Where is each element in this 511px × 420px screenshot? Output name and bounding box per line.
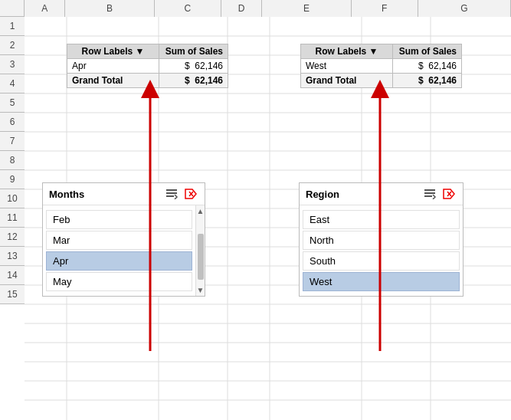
slicer-scroll-thumb[interactable]: [198, 234, 204, 280]
slicer-region-item-south[interactable]: South: [303, 251, 460, 271]
slicer-region-item-east[interactable]: East: [303, 210, 460, 229]
slicer-scroll-up-icon[interactable]: ▲: [196, 207, 205, 215]
column-headers: A B C D E F G: [0, 0, 511, 17]
svg-rect-28: [166, 195, 174, 197]
pivot-left-row-label-header: Row Labels ▼: [67, 44, 159, 59]
row-header-15[interactable]: 15: [0, 285, 25, 304]
slicer-scroll-down-icon[interactable]: ▼: [196, 286, 205, 294]
row-header-13[interactable]: 13: [0, 247, 25, 266]
slicer-months-title: Months: [49, 189, 84, 200]
slicer-region-header: Region: [300, 183, 463, 205]
pivot-left-grand-total-value: $ 62,146: [159, 74, 228, 88]
row-header-9[interactable]: 9: [0, 170, 25, 189]
svg-rect-32: [424, 189, 435, 191]
pivot-table-right: Row Labels ▼ Sum of Sales West $ 62,146 …: [300, 44, 462, 88]
row-header-6[interactable]: 6: [0, 113, 25, 132]
slicer-months-header: Months: [43, 183, 205, 205]
pivot-right-filter-icon[interactable]: ▼: [369, 46, 378, 57]
svg-rect-33: [424, 192, 435, 194]
slicer-region-icons: [423, 187, 457, 201]
row-header-7[interactable]: 7: [0, 132, 25, 151]
slicer-region-clear-icon[interactable]: [441, 187, 457, 201]
slicer-region-list: East North South West: [300, 205, 463, 296]
pivot-left-filter-icon[interactable]: ▼: [136, 46, 145, 57]
slicer-region-item-north[interactable]: North: [303, 231, 460, 250]
pivot-left-row-apr: Apr: [67, 59, 159, 74]
corner-cell: [0, 0, 25, 16]
slicer-region-item-west[interactable]: West: [303, 272, 460, 291]
slicer-months-item-mar[interactable]: Mar: [46, 231, 192, 250]
slicer-months-icons: [165, 187, 198, 201]
svg-rect-26: [166, 189, 177, 191]
col-header-d[interactable]: D: [221, 0, 262, 17]
col-header-c[interactable]: C: [155, 0, 221, 17]
row-header-4[interactable]: 4: [0, 74, 25, 94]
row-header-8[interactable]: 8: [0, 151, 25, 170]
pivot-right-row-label-header: Row Labels ▼: [301, 44, 393, 59]
row-header-11[interactable]: 11: [0, 208, 25, 228]
svg-rect-34: [424, 195, 432, 197]
slicer-months-clear-icon[interactable]: [183, 187, 198, 201]
row-header-2[interactable]: 2: [0, 36, 25, 55]
pivot-right-sum-header: Sum of Sales: [393, 44, 462, 59]
row-header-10[interactable]: 10: [0, 189, 25, 208]
slicer-months-scrollbar[interactable]: ▲ ▼: [195, 205, 205, 296]
pivot-left-grand-total-label: Grand Total: [67, 74, 159, 88]
slicer-months-item-may[interactable]: May: [46, 272, 192, 291]
pivot-left-sum-header: Sum of Sales: [159, 44, 228, 59]
slicer-region: Region East North South West: [299, 182, 464, 297]
col-header-e[interactable]: E: [262, 0, 351, 17]
row-header-14[interactable]: 14: [0, 266, 25, 285]
row-header-1[interactable]: 1: [0, 17, 25, 36]
pivot-right-row-west: West: [301, 59, 393, 74]
slicer-region-title: Region: [306, 189, 339, 200]
slicer-months-list: Feb Mar Apr May ▲ ▼: [43, 205, 205, 296]
pivot-table-left: Row Labels ▼ Sum of Sales Apr $ 62,146 G…: [67, 44, 228, 88]
pivot-right-grand-total-value: $ 62,146: [393, 74, 462, 88]
slicer-region-multiselect-icon[interactable]: [423, 187, 438, 201]
slicer-months-item-feb[interactable]: Feb: [46, 210, 192, 229]
col-header-a[interactable]: A: [25, 0, 65, 17]
pivot-right-grand-total-label: Grand Total: [301, 74, 393, 88]
row-headers: 1 2 3 4 5 6 7 8 9 10 11 12 13 14 15: [0, 17, 25, 304]
col-header-f[interactable]: F: [352, 0, 418, 17]
slicer-months: Months Feb Mar Apr May ▲ ▼: [42, 182, 205, 297]
row-header-12[interactable]: 12: [0, 228, 25, 247]
svg-rect-27: [166, 192, 177, 194]
slicer-months-multiselect-icon[interactable]: [165, 187, 180, 201]
spreadsheet: A B C D E F G 1 2 3 4 5 6 7 8 9 10 11 12…: [0, 0, 511, 420]
col-header-g[interactable]: G: [418, 0, 511, 17]
pivot-left-value-apr: $ 62,146: [159, 59, 228, 74]
slicer-months-item-apr[interactable]: Apr: [46, 251, 192, 271]
row-header-5[interactable]: 5: [0, 94, 25, 113]
row-header-3[interactable]: 3: [0, 55, 25, 74]
pivot-right-value-west: $ 62,146: [393, 59, 462, 74]
col-header-b[interactable]: B: [65, 0, 154, 17]
